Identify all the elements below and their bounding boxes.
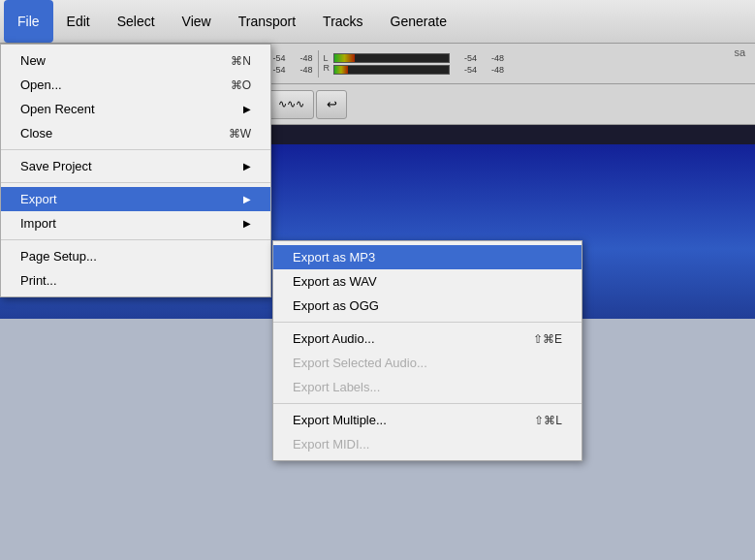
open-recent-arrow: ▶ — [243, 104, 251, 114]
menu-item-generate[interactable]: Generate — [377, 0, 460, 43]
meter2: -54 -48 -54 -48 — [333, 53, 504, 75]
export-mp3-label: Export as MP3 — [293, 250, 375, 264]
menu-save-project-label: Save Project — [20, 159, 92, 173]
meter2-val-r: -54 — [454, 65, 477, 75]
meter2-bar-r — [333, 65, 450, 75]
export-audio-label: Export Audio... — [293, 331, 375, 346]
menu-item-transport[interactable]: Transport — [225, 0, 309, 43]
export-wav[interactable]: Export as WAV — [273, 269, 582, 294]
menu-open-recent-label: Open Recent — [20, 102, 95, 116]
sep-1 — [1, 149, 270, 150]
export-ogg[interactable]: Export as OGG — [273, 294, 582, 318]
meter2-row-l: -54 -48 — [333, 53, 504, 63]
menu-new-shortcut: ⌘N — [231, 54, 251, 68]
meter2-val-l: -54 — [454, 53, 477, 63]
export-ogg-label: Export as OGG — [293, 298, 379, 313]
export-submenu[interactable]: Export as MP3 Export as WAV Export as OG… — [272, 240, 582, 461]
meter2-bar-l — [333, 53, 450, 63]
menu-item-tracks[interactable]: Tracks — [309, 0, 376, 43]
file-dropdown[interactable]: New ⌘N Open... ⌘O Open Recent ▶ Close ⌘W… — [0, 44, 271, 297]
menu-open-shortcut: ⌘O — [231, 78, 251, 92]
export-sep-2 — [273, 403, 582, 404]
sep-3 — [1, 239, 270, 240]
export-multiple[interactable]: Export Multiple... ⇧⌘L — [273, 408, 582, 432]
export-multiple-label: Export Multiple... — [293, 413, 387, 427]
meter2-fill-r — [334, 66, 348, 74]
export-selected-audio: Export Selected Audio... — [273, 351, 582, 375]
toolbar-sep-3 — [318, 50, 319, 78]
menu-print-label: Print... — [20, 273, 57, 288]
menu-item-select[interactable]: Select — [104, 0, 169, 43]
meter-top-label: sa — [734, 47, 745, 58]
menu-item-view[interactable]: View — [169, 0, 225, 43]
meter2-val2-r: -48 — [481, 65, 504, 75]
lr-label-2: LR — [324, 54, 330, 74]
export-arrow: ▶ — [243, 194, 251, 204]
menu-import[interactable]: Import ▶ — [1, 211, 270, 235]
sep-2 — [1, 182, 270, 183]
waveform2-button[interactable]: ∿∿∿ — [267, 90, 314, 119]
menu-import-label: Import — [20, 216, 56, 231]
export-multiple-shortcut: ⇧⌘L — [534, 414, 562, 427]
save-project-arrow: ▶ — [243, 161, 251, 171]
export-midi-label: Export MIDI... — [293, 437, 369, 451]
undo-button[interactable]: ↩ — [316, 90, 347, 119]
menu-print[interactable]: Print... — [1, 268, 270, 293]
menu-export-label: Export — [20, 192, 57, 206]
menu-open-label: Open... — [20, 78, 62, 92]
meter2-fill-l — [334, 54, 355, 62]
waveform2-icon: ∿∿∿ — [278, 98, 304, 110]
meter1-val2-l: -48 — [290, 53, 313, 63]
export-wav-label: Export as WAV — [293, 274, 377, 289]
menu-new[interactable]: New ⌘N — [1, 48, 270, 73]
export-labels: Export Labels... — [273, 375, 582, 399]
export-audio-shortcut: ⇧⌘E — [533, 332, 562, 346]
menu-open[interactable]: Open... ⌘O — [1, 73, 270, 97]
export-labels-label: Export Labels... — [293, 380, 380, 394]
meter2-val2-l: -48 — [481, 53, 504, 63]
undo-icon: ↩ — [327, 97, 337, 111]
menu-close-shortcut: ⌘W — [229, 127, 251, 140]
menu-close[interactable]: Close ⌘W — [1, 121, 270, 145]
menu-new-label: New — [20, 53, 46, 68]
export-midi: Export MIDI... — [273, 432, 582, 456]
menu-item-edit[interactable]: Edit — [53, 0, 104, 43]
menu-export[interactable]: Export ▶ — [1, 187, 270, 211]
menu-bar: File Edit Select View Transport Tracks G… — [0, 0, 755, 44]
menu-item-file[interactable]: File — [4, 0, 53, 43]
import-arrow: ▶ — [243, 218, 251, 229]
menu-save-project[interactable]: Save Project ▶ — [1, 154, 270, 178]
menu-close-label: Close — [20, 126, 52, 140]
export-sep-1 — [273, 322, 582, 323]
meter1-val2-r: -48 — [290, 65, 313, 75]
export-audio[interactable]: Export Audio... ⇧⌘E — [273, 327, 582, 351]
menu-open-recent[interactable]: Open Recent ▶ — [1, 97, 270, 121]
menu-page-setup[interactable]: Page Setup... — [1, 244, 270, 268]
menu-page-setup-label: Page Setup... — [20, 249, 97, 264]
export-selected-audio-label: Export Selected Audio... — [293, 356, 427, 370]
meter2-row-r: -54 -48 — [333, 65, 504, 75]
export-mp3[interactable]: Export as MP3 — [273, 245, 582, 269]
